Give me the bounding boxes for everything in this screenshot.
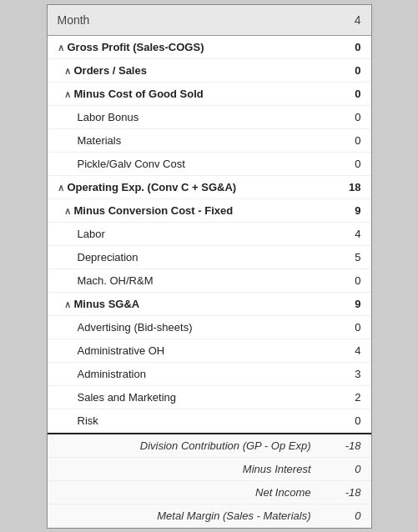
header-month-label: Month [48, 5, 321, 35]
table-row: Mach. OH/R&M0 [48, 269, 371, 293]
row-value: 9 [321, 293, 371, 315]
row-value: 0 [321, 106, 371, 128]
summary-section: Division Contribution (GP - Op Exp)-18Mi… [48, 433, 371, 528]
table-row: Administration3 [48, 363, 371, 386]
row-label: ∧Minus SG&A [48, 293, 321, 315]
row-value: 2 [321, 386, 371, 409]
row-label: Labor [48, 223, 321, 245]
caret-icon[interactable]: ∧ [64, 299, 71, 310]
row-label: Sales and Marketing [48, 386, 321, 409]
row-label: ∧Minus Conversion Cost - Fixed [48, 199, 321, 222]
header-month-value: 4 [321, 5, 371, 35]
summary-row: Division Contribution (GP - Op Exp)-18 [48, 434, 371, 458]
summary-label: Metal Margin (Sales - Materials) [48, 504, 321, 527]
table-row: Labor4 [48, 223, 371, 246]
caret-icon[interactable]: ∧ [58, 183, 64, 193]
summary-label: Net Income [48, 481, 321, 504]
row-value: 4 [321, 223, 371, 245]
table-row: Sales and Marketing2 [48, 386, 371, 409]
row-value: 0 [321, 316, 371, 339]
row-value: 0 [321, 83, 371, 105]
summary-row: Minus Interest0 [48, 458, 371, 481]
row-value: 5 [321, 246, 371, 269]
table-row: ∧Operating Exp. (Conv C + SG&A)18 [48, 176, 371, 199]
caret-icon[interactable]: ∧ [58, 43, 64, 53]
table-row: ∧Minus SG&A9 [48, 293, 371, 316]
row-label: ∧Gross Profit (Sales-COGS) [48, 36, 321, 58]
row-value: 18 [321, 176, 371, 198]
summary-row: Metal Margin (Sales - Materials)0 [48, 504, 371, 528]
caret-icon[interactable]: ∧ [64, 66, 71, 77]
row-value: 3 [321, 363, 371, 385]
table-row: ∧Minus Conversion Cost - Fixed9 [48, 199, 371, 223]
summary-value: -18 [321, 481, 371, 504]
table-row: Pickle/Galv Conv Cost0 [48, 153, 371, 176]
row-value: 9 [321, 199, 371, 222]
table-row: ∧Orders / Sales0 [48, 59, 371, 83]
caret-icon[interactable]: ∧ [64, 206, 71, 217]
table-header: Month 4 [48, 5, 371, 36]
summary-value: -18 [321, 434, 371, 457]
table-row: ∧Minus Cost of Good Sold0 [48, 83, 371, 106]
summary-value: 0 [321, 504, 371, 527]
table-row: Labor Bonus0 [48, 106, 371, 129]
row-value: 0 [321, 59, 371, 82]
row-label: Depreciation [48, 246, 321, 269]
table-row: Risk0 [48, 409, 371, 433]
table-row: Advertising (Bid-sheets)0 [48, 316, 371, 339]
row-label: Materials [48, 129, 321, 152]
row-label: Labor Bonus [48, 106, 321, 128]
summary-label: Division Contribution (GP - Op Exp) [48, 434, 321, 457]
financial-table: Month 4 ∧Gross Profit (Sales-COGS)0∧Orde… [47, 4, 372, 529]
row-label: ∧Operating Exp. (Conv C + SG&A) [48, 176, 321, 198]
table-body: ∧Gross Profit (Sales-COGS)0∧Orders / Sal… [48, 36, 371, 433]
table-row: Materials0 [48, 129, 371, 153]
row-value: 0 [321, 36, 371, 58]
row-label: ∧Minus Cost of Good Sold [48, 83, 321, 105]
summary-value: 0 [321, 458, 371, 480]
row-label: Risk [48, 409, 321, 432]
row-value: 0 [321, 153, 371, 175]
row-value: 4 [321, 339, 371, 362]
summary-label: Minus Interest [48, 458, 321, 480]
row-label: Mach. OH/R&M [48, 269, 321, 292]
row-label: Administrative OH [48, 339, 321, 362]
row-label: ∧Orders / Sales [48, 59, 321, 82]
row-label: Administration [48, 363, 321, 385]
row-value: 0 [321, 409, 371, 432]
table-row: Administrative OH4 [48, 339, 371, 363]
row-value: 0 [321, 269, 371, 292]
summary-row: Net Income-18 [48, 481, 371, 504]
row-value: 0 [321, 129, 371, 152]
row-label: Pickle/Galv Conv Cost [48, 153, 321, 175]
summary-rows: Division Contribution (GP - Op Exp)-18Mi… [48, 434, 371, 528]
caret-icon[interactable]: ∧ [64, 89, 71, 100]
row-label: Advertising (Bid-sheets) [48, 316, 321, 339]
table-row: Depreciation5 [48, 246, 371, 269]
table-row: ∧Gross Profit (Sales-COGS)0 [48, 36, 371, 59]
